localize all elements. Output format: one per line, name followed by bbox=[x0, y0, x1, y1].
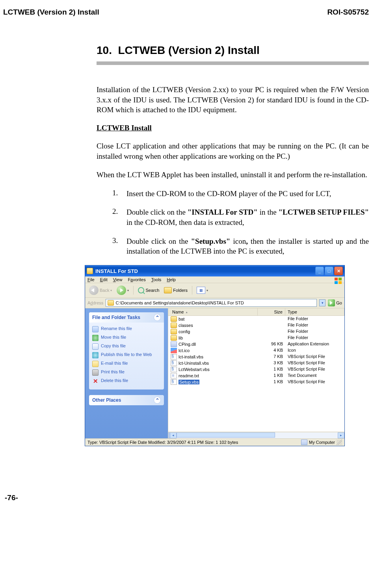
maximize-button[interactable]: □ bbox=[325, 267, 333, 275]
task-link[interactable]: Copy this file bbox=[92, 342, 161, 351]
folders-icon bbox=[164, 287, 172, 293]
horizontal-scrollbar[interactable]: ◂ ▸ bbox=[168, 432, 344, 438]
svg-rect-3 bbox=[339, 281, 342, 284]
scroll-thumb[interactable] bbox=[177, 432, 275, 438]
file-size: 1 KB bbox=[258, 367, 285, 372]
scroll-right-button[interactable]: ▸ bbox=[338, 432, 344, 438]
file-type: File Folder bbox=[285, 335, 344, 341]
file-row[interactable]: Setup.vbs1 KBVBScript Script File bbox=[168, 379, 344, 385]
section-number: 10. bbox=[97, 44, 112, 56]
file-name: lib bbox=[179, 336, 183, 340]
file-type: VBScript Script File bbox=[285, 360, 344, 366]
views-button[interactable]: ▦▾ bbox=[195, 286, 210, 295]
forward-icon bbox=[117, 286, 126, 295]
file-size: 3 KB bbox=[258, 360, 285, 366]
task-link[interactable]: ✕Delete this file bbox=[92, 377, 161, 386]
scroll-left-button[interactable]: ◂ bbox=[170, 432, 177, 438]
file-size: 1 KB bbox=[258, 373, 285, 378]
file-row[interactable]: libFile Folder bbox=[168, 335, 344, 341]
search-button[interactable]: Search bbox=[136, 286, 161, 294]
file-type: VBScript Script File bbox=[285, 354, 344, 360]
task-link[interactable]: Publish this file to the Web bbox=[92, 351, 161, 360]
file-row[interactable]: CPing.dll96 KBApplication Extension bbox=[168, 341, 344, 347]
separator bbox=[133, 286, 134, 295]
file-row[interactable]: configFile Folder bbox=[168, 328, 344, 335]
file-name: classes bbox=[179, 323, 193, 328]
address-label: Address bbox=[87, 300, 103, 305]
menu-edit[interactable]: Edit bbox=[100, 277, 108, 282]
menu-file[interactable]: File bbox=[87, 277, 95, 282]
file-row[interactable]: readme.txt1 KBText Document bbox=[168, 373, 344, 379]
list-body: Double click on the "Setup.vbs" icon, th… bbox=[126, 236, 369, 256]
file-type: File Folder bbox=[285, 323, 344, 328]
menu-help[interactable]: Help bbox=[167, 277, 176, 282]
text: in the bbox=[258, 208, 279, 216]
go-icon bbox=[328, 299, 335, 306]
file-type: Application Extension bbox=[285, 341, 344, 347]
task-label: Publish this file to the Web bbox=[101, 352, 152, 357]
go-label: Go bbox=[336, 300, 342, 305]
collapse-button[interactable]: ⌃ bbox=[154, 397, 161, 404]
column-type[interactable]: Type bbox=[285, 308, 344, 315]
task-link[interactable]: E-mail this file bbox=[92, 360, 161, 368]
vbs-icon bbox=[171, 367, 177, 372]
separator bbox=[192, 286, 192, 295]
minimize-button[interactable]: _ bbox=[315, 267, 324, 275]
address-bar: Address C:\Documents and Settings\standa… bbox=[85, 298, 344, 308]
file-row[interactable]: lct-Uninstall.vbs3 KBVBScript Script Fil… bbox=[168, 360, 344, 366]
search-icon bbox=[138, 287, 144, 293]
task-link[interactable]: Rename this file bbox=[92, 325, 161, 334]
address-path: C:\Documents and Settings\standalone\Des… bbox=[115, 300, 244, 305]
address-input[interactable]: C:\Documents and Settings\standalone\Des… bbox=[106, 299, 317, 307]
file-list: batFile FolderclassesFile FolderconfigFi… bbox=[168, 316, 344, 432]
task-icon bbox=[92, 343, 99, 350]
file-size bbox=[258, 335, 285, 341]
file-row[interactable]: lct.ico4 KBIcon bbox=[168, 347, 344, 354]
file-pane: Name▲ Size Type batFile FolderclassesFil… bbox=[168, 308, 344, 438]
file-row[interactable]: batFile Folder bbox=[168, 316, 344, 322]
status-bar: Type: VBScript Script File Date Modified… bbox=[85, 438, 344, 446]
task-link[interactable]: Print this file bbox=[92, 368, 161, 377]
forward-button[interactable]: ▾ bbox=[115, 285, 130, 296]
resize-grip[interactable] bbox=[337, 440, 342, 445]
file-row[interactable]: lct-install.vbs7 KBVBScript Script File bbox=[168, 354, 344, 360]
task-label: Move this file bbox=[101, 335, 126, 340]
column-name[interactable]: Name▲ bbox=[170, 308, 258, 315]
list-number: 1. bbox=[112, 189, 126, 199]
address-dropdown[interactable]: ▾ bbox=[319, 299, 326, 306]
text: Double click on the bbox=[126, 237, 191, 245]
toolbar: Back ▾ ▾ Search Folders ▦▾ bbox=[85, 283, 344, 298]
task-icon bbox=[92, 326, 99, 332]
vbs-icon bbox=[171, 354, 177, 360]
windows-flag-icon bbox=[334, 277, 342, 284]
list-item-1: 1. Insert the CD-ROM to the CD-ROM playe… bbox=[112, 189, 369, 199]
menu-tools[interactable]: Tools bbox=[151, 277, 162, 282]
collapse-button[interactable]: ⌃ bbox=[154, 314, 161, 321]
section-heading: LCTWEB (Version 2) Install bbox=[118, 44, 260, 56]
header-right: ROI-S05752 bbox=[327, 8, 369, 17]
panel-title: File and Folder Tasks bbox=[92, 315, 140, 320]
svg-rect-2 bbox=[335, 281, 338, 284]
page-header: LCTWEB (Version 2) Install ROI-S05752 bbox=[0, 8, 372, 17]
folders-button[interactable]: Folders bbox=[162, 286, 189, 294]
file-name: Setup.vbs bbox=[179, 380, 199, 384]
titlebar[interactable]: INSTALL For STD _ □ ✕ bbox=[85, 265, 344, 276]
file-name: CPing.dll bbox=[179, 342, 196, 347]
task-link[interactable]: Move this file bbox=[92, 334, 161, 342]
go-button[interactable]: Go bbox=[328, 299, 342, 306]
folder-icon bbox=[171, 335, 177, 341]
back-button[interactable]: Back ▾ bbox=[87, 285, 113, 296]
close-button[interactable]: ✕ bbox=[334, 267, 343, 275]
dropdown-icon: ▾ bbox=[110, 289, 112, 292]
file-row[interactable]: LctWebstart.vbs1 KBVBScript Script File bbox=[168, 366, 344, 373]
column-size[interactable]: Size bbox=[258, 308, 285, 315]
menu-favorites[interactable]: Favorites bbox=[128, 277, 145, 282]
file-size: 96 KB bbox=[258, 341, 285, 347]
list-item-3: 3. Double click on the "Setup.vbs" icon,… bbox=[112, 236, 369, 256]
file-row[interactable]: classesFile Folder bbox=[168, 322, 344, 328]
back-icon bbox=[89, 286, 99, 295]
menu-view[interactable]: View bbox=[113, 277, 123, 282]
side-panel: File and Folder Tasks ⌃ Rename this file… bbox=[85, 308, 168, 438]
list-body: Insert the CD-ROM to the CD-ROM player o… bbox=[126, 189, 369, 199]
status-location: My Computer bbox=[309, 440, 335, 445]
